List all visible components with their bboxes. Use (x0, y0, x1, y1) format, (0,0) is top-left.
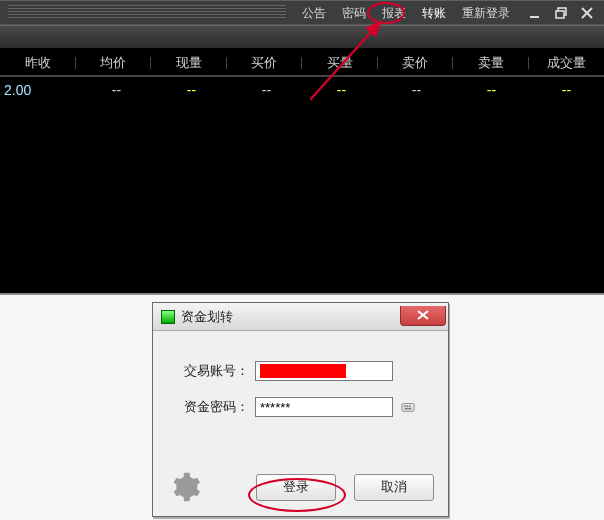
fund-transfer-dialog: 资金划转 交易账号： 资金密码： (152, 302, 449, 517)
svg-rect-0 (530, 16, 539, 18)
svg-rect-10 (406, 405, 408, 407)
soft-keyboard-icon[interactable] (401, 400, 415, 414)
restore-button[interactable] (548, 1, 574, 25)
col-header: 昨收 (0, 54, 76, 72)
close-icon (417, 310, 429, 320)
account-redacted-value (260, 364, 346, 378)
cell-ask: -- (379, 82, 454, 98)
table-header-row: 昨收 均价 现量 买价 买量 卖价 卖量 成交量 (0, 50, 604, 75)
row-password: 资金密码： (173, 397, 428, 417)
password-input[interactable] (255, 397, 393, 417)
titlebar-grip (8, 5, 286, 20)
cell-close: 2.00 (0, 82, 79, 98)
cancel-button[interactable]: 取消 (354, 474, 434, 501)
toolbar-separator (0, 25, 604, 50)
dialog-title-bar[interactable]: 资金划转 (153, 303, 448, 331)
col-header: 卖价 (378, 54, 454, 72)
col-header: 成交量 (529, 54, 605, 72)
dialog-footer: 登录 取消 (153, 462, 448, 516)
cell-turnover: -- (529, 82, 604, 98)
top-menu: 公告 密码 报表 转账 重新登录 (294, 1, 518, 24)
cell-vol-now: -- (154, 82, 229, 98)
svg-rect-11 (409, 405, 411, 407)
minimize-button[interactable] (522, 1, 548, 25)
dialog-title: 资金划转 (181, 308, 400, 326)
svg-rect-9 (404, 405, 406, 407)
col-header: 现量 (151, 54, 227, 72)
col-header: 买量 (302, 54, 378, 72)
close-icon (581, 7, 593, 19)
dialog-body: 交易账号： 资金密码： (153, 331, 448, 462)
quote-table: 昨收 均价 现量 买价 买量 卖价 卖量 成交量 2.00 -- -- -- -… (0, 50, 604, 293)
settings-gear-icon[interactable] (167, 470, 201, 504)
dialog-close-button[interactable] (400, 306, 446, 326)
col-header: 卖量 (453, 54, 529, 72)
col-header: 买价 (227, 54, 303, 72)
menu-item-password[interactable]: 密码 (334, 1, 374, 25)
menu-item-relogin[interactable]: 重新登录 (454, 1, 518, 25)
password-label: 资金密码： (173, 398, 249, 416)
close-button[interactable] (574, 1, 600, 25)
row-account: 交易账号： (173, 361, 428, 381)
minimize-icon (529, 7, 541, 19)
cell-ask-vol: -- (454, 82, 529, 98)
svg-rect-2 (556, 11, 564, 18)
cell-bid-vol: -- (304, 82, 379, 98)
svg-rect-12 (405, 408, 412, 410)
window-controls (518, 1, 604, 24)
menu-item-report[interactable]: 报表 (374, 1, 414, 25)
table-row[interactable]: 2.00 -- -- -- -- -- -- -- (0, 77, 604, 102)
cell-avg: -- (79, 82, 154, 98)
svg-rect-8 (402, 404, 414, 412)
account-label: 交易账号： (173, 362, 249, 380)
menu-item-transfer[interactable]: 转账 (414, 1, 454, 25)
restore-icon (555, 7, 567, 19)
title-bar: 公告 密码 报表 转账 重新登录 (0, 0, 604, 25)
cell-bid: -- (229, 82, 304, 98)
menu-item-notice[interactable]: 公告 (294, 1, 334, 25)
login-button[interactable]: 登录 (256, 474, 336, 501)
col-header: 均价 (76, 54, 152, 72)
trading-panel: 公告 密码 报表 转账 重新登录 (0, 0, 604, 295)
dialog-app-icon (161, 310, 175, 324)
